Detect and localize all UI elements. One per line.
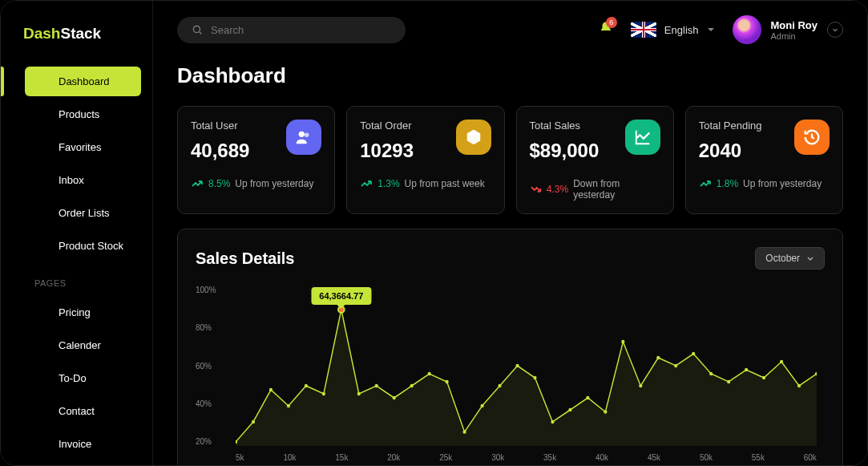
y-tick: 60% <box>196 362 228 371</box>
svg-point-29 <box>674 364 677 367</box>
clock-icon <box>794 120 830 155</box>
users-icon <box>286 120 321 155</box>
x-tick: 15k <box>335 453 348 462</box>
logo[interactable]: DashStack <box>1 25 152 65</box>
stat-value: $89,000 <box>530 140 600 162</box>
svg-point-9 <box>322 392 325 395</box>
x-axis: 5k10k15k20k25k30k35k40k45k50k55k60k <box>236 453 817 462</box>
x-tick: 20k <box>387 453 400 462</box>
svg-point-32 <box>727 380 730 383</box>
stat-value: 10293 <box>360 140 414 162</box>
trend-text: Up from yesterday <box>743 178 822 189</box>
svg-point-36 <box>797 384 801 387</box>
search-input[interactable] <box>211 24 391 36</box>
stat-trend: 8.5%Up from yesterday <box>191 178 321 189</box>
svg-point-35 <box>780 360 783 363</box>
stat-label: Total User <box>191 120 249 132</box>
sidebar-item-favorites[interactable]: Favorites <box>25 132 141 162</box>
notification-badge: 6 <box>606 17 617 28</box>
logo-right: Stack <box>60 25 101 42</box>
plot-area[interactable]: 64,3664.77 <box>236 286 817 446</box>
user-name: Moni Roy <box>771 19 818 31</box>
svg-point-31 <box>709 372 713 375</box>
language-label: English <box>664 24 699 36</box>
y-tick: 40% <box>196 399 228 408</box>
month-selector[interactable]: October <box>755 247 825 269</box>
y-tick: 80% <box>196 323 228 332</box>
svg-point-15 <box>428 372 431 375</box>
stat-card-total-pending: Total Pending20401.8%Up from yesterday <box>685 106 843 214</box>
svg-point-8 <box>305 384 308 387</box>
svg-point-18 <box>480 404 483 407</box>
sidebar-item-order-lists[interactable]: Order Lists <box>25 198 141 228</box>
stat-value: 2040 <box>699 140 762 162</box>
y-axis: 100%80%60%40%20% <box>196 286 228 446</box>
stat-card-total-sales: Total Sales$89,0004.3%Down from yesterda… <box>516 106 674 214</box>
svg-point-24 <box>586 396 589 399</box>
svg-point-5 <box>252 420 255 423</box>
svg-point-28 <box>656 356 660 359</box>
user-menu[interactable]: Moni Roy Admin <box>733 15 844 44</box>
y-tick: 20% <box>196 437 228 446</box>
nav-main: DashboardProductsFavoritesInboxOrder Lis… <box>1 65 152 262</box>
svg-point-3 <box>305 133 309 138</box>
svg-point-2 <box>299 132 305 137</box>
trend-pct: 4.3% <box>547 184 568 195</box>
sidebar-item-ui-elements[interactable]: UI Elements <box>25 462 141 466</box>
sidebar-item-inbox[interactable]: Inbox <box>25 165 141 195</box>
sidebar-item-pricing[interactable]: Pricing <box>25 298 141 327</box>
stat-card-total-order: Total Order102931.3%Up from past week <box>346 106 504 214</box>
language-selector[interactable]: English <box>631 22 715 38</box>
svg-point-25 <box>604 410 607 413</box>
chart-tooltip: 64,3664.77 <box>311 287 371 305</box>
x-tick: 30k <box>491 453 504 462</box>
svg-point-23 <box>568 408 571 411</box>
svg-point-12 <box>375 384 378 387</box>
x-tick: 5k <box>236 453 244 462</box>
header: 6 English Moni Roy Admin <box>153 1 867 59</box>
stat-trend: 1.3%Up from past week <box>360 178 491 189</box>
stats-row: Total User40,6898.5%Up from yesterdayTot… <box>177 106 843 214</box>
svg-point-34 <box>762 376 765 379</box>
chart-title: Sales Details <box>196 249 294 268</box>
sidebar-item-calender[interactable]: Calender <box>25 330 141 360</box>
pages-section-label: PAGES <box>1 262 152 296</box>
month-label: October <box>765 253 800 264</box>
svg-point-6 <box>269 388 273 391</box>
page-title: Dashboard <box>177 63 843 88</box>
trend-pct: 8.5% <box>208 178 230 189</box>
trend-text: Down from yesterday <box>573 178 660 201</box>
chart-body: 100%80%60%40%20% 64,3664.77 5k10k15k20k2… <box>196 286 825 462</box>
stat-label: Total Sales <box>530 120 600 132</box>
svg-point-16 <box>446 380 449 383</box>
svg-point-22 <box>551 420 554 423</box>
x-tick: 40k <box>595 453 608 462</box>
stat-value: 40,689 <box>191 140 249 162</box>
trend-text: Up from yesterday <box>235 178 313 189</box>
x-tick: 35k <box>543 453 556 462</box>
nav-pages: PricingCalenderTo-DoContactInvoiceUI Ele… <box>1 296 152 466</box>
search-box[interactable] <box>177 17 406 43</box>
x-tick: 50k <box>700 453 713 462</box>
sidebar-item-dashboard[interactable]: Dashboard <box>25 67 141 96</box>
sales-chart-card: Sales Details October 100%80%60%40%20% 6… <box>177 229 843 465</box>
svg-line-1 <box>200 32 202 34</box>
logo-left: Dash <box>23 25 60 42</box>
flag-icon <box>631 22 656 38</box>
x-tick: 60k <box>804 453 817 462</box>
sidebar-item-invoice[interactable]: Invoice <box>25 429 141 459</box>
sidebar-item-product-stock[interactable]: Product Stock <box>25 231 141 261</box>
notifications-button[interactable]: 6 <box>599 21 613 38</box>
stat-trend: 1.8%Up from yesterday <box>699 178 830 189</box>
sidebar-item-contact[interactable]: Contact <box>25 396 141 426</box>
user-chevron <box>827 22 843 38</box>
search-icon <box>192 24 203 35</box>
svg-point-27 <box>639 384 642 387</box>
trend-text: Up from past week <box>405 178 485 189</box>
sidebar-item-to-do[interactable]: To-Do <box>25 363 141 393</box>
x-tick: 25k <box>439 453 452 462</box>
sidebar-item-products[interactable]: Products <box>25 99 141 129</box>
x-tick: 10k <box>283 453 296 462</box>
stat-card-total-user: Total User40,6898.5%Up from yesterday <box>177 106 335 214</box>
svg-point-17 <box>463 430 466 433</box>
